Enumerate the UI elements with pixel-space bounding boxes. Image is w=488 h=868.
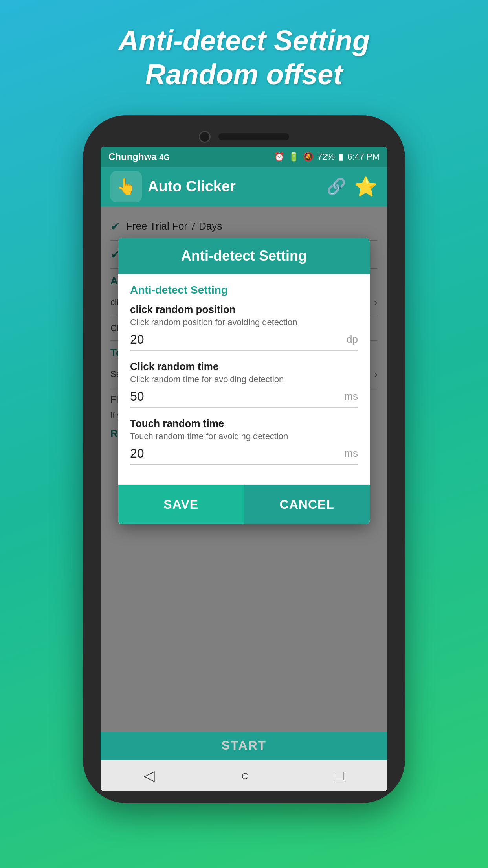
click-random-position-field: click random position Click random posit… [130, 303, 358, 351]
field-desc-1: Click random position for avoiding detec… [130, 317, 358, 327]
dialog-actions: SAVE CANCEL [118, 484, 370, 524]
field-label-2: Click random time [130, 360, 358, 373]
dialog-title: Anti-detect Setting [181, 248, 307, 264]
alarm-icon: ⏰ [274, 152, 284, 162]
share-icon[interactable]: 🔗 [327, 177, 346, 196]
phone-screen: Chunghwa 4G ⏰ 🔋 🔕 72% ▮ 6:47 PM 👆 Auto C… [101, 147, 387, 791]
home-button[interactable]: ○ [241, 767, 250, 784]
field-unit-1: dp [347, 333, 358, 346]
field-input-row-3: ms [130, 446, 358, 465]
phone-speaker [218, 133, 289, 140]
field-unit-2: ms [344, 390, 358, 403]
field-input-row-1: dp [130, 332, 358, 351]
cancel-button[interactable]: CANCEL [244, 485, 370, 524]
phone-top-bar [95, 127, 393, 143]
status-carrier: Chunghwa 4G [108, 151, 170, 162]
phone-shell: Chunghwa 4G ⏰ 🔋 🔕 72% ▮ 6:47 PM 👆 Auto C… [83, 115, 405, 803]
star-icon[interactable]: ⭐ [354, 176, 378, 198]
dialog: Anti-detect Setting Anti-detect Setting … [118, 238, 370, 524]
click-random-time-field: Click random time Click random time for … [130, 360, 358, 408]
field-label-1: click random position [130, 303, 358, 316]
app-content-bg: ✔ Free Trial For 7 Days ✔ No ads evermor… [101, 206, 387, 732]
dialog-body: Anti-detect Setting click random positio… [118, 274, 370, 484]
mute-icon: 🔕 [303, 152, 314, 162]
status-icons: ⏰ 🔋 🔕 72% ▮ 6:47 PM [274, 152, 380, 162]
app-title: Auto Clicker [148, 178, 236, 195]
battery-icon: ▮ [339, 152, 343, 162]
back-button[interactable]: ◁ [144, 767, 155, 784]
touch-time-input[interactable] [130, 446, 344, 461]
dialog-overlay: Anti-detect Setting Anti-detect Setting … [101, 206, 387, 732]
click-time-input[interactable] [130, 389, 344, 404]
menu-button[interactable]: □ [336, 767, 345, 784]
nav-bar: ◁ ○ □ [101, 760, 387, 791]
field-input-row-2: ms [130, 389, 358, 408]
page-title: Anti-detect Setting Random offset [106, 24, 382, 92]
start-bar[interactable]: START [101, 732, 387, 760]
field-desc-2: Click random time for avoiding detection [130, 374, 358, 384]
field-desc-3: Touch random time for avoiding detection [130, 431, 358, 441]
app-header-left: 👆 Auto Clicker [110, 171, 236, 202]
dialog-header: Anti-detect Setting [118, 238, 370, 274]
battery-percent: 72% [317, 152, 335, 162]
header-actions: 🔗 ⭐ [327, 176, 378, 198]
dialog-section-label: Anti-detect Setting [130, 284, 358, 296]
field-unit-3: ms [344, 447, 358, 460]
status-bar: Chunghwa 4G ⏰ 🔋 🔕 72% ▮ 6:47 PM [101, 147, 387, 167]
app-header: 👆 Auto Clicker 🔗 ⭐ [101, 167, 387, 206]
touch-random-time-field: Touch random time Touch random time for … [130, 417, 358, 465]
app-icon: 👆 [110, 171, 142, 202]
phone-camera [199, 131, 211, 143]
save-button[interactable]: SAVE [118, 485, 244, 524]
bluetooth-icon: 🔋 [288, 152, 299, 162]
clock: 6:47 PM [347, 152, 380, 162]
field-label-3: Touch random time [130, 417, 358, 430]
click-position-input[interactable] [130, 332, 347, 347]
